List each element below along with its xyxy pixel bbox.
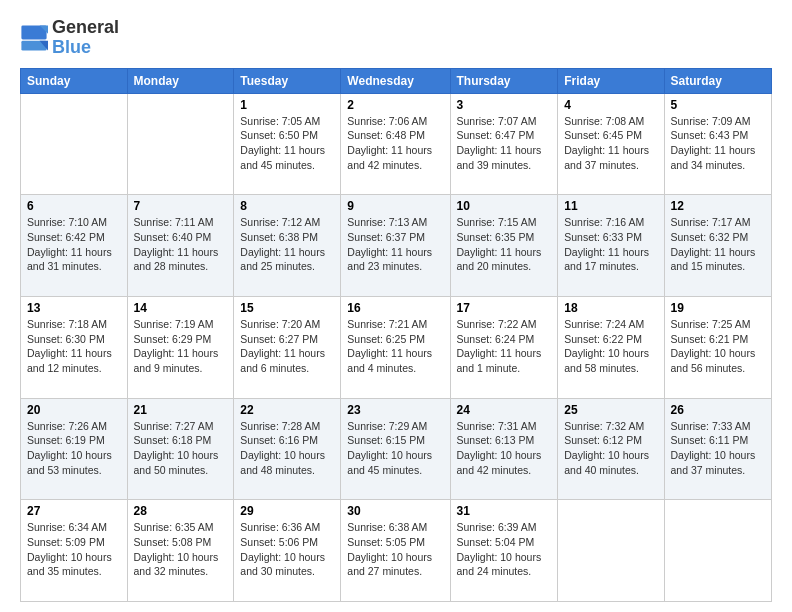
table-row: 29Sunrise: 6:36 AM Sunset: 5:06 PM Dayli… [234, 500, 341, 602]
table-row: 22Sunrise: 7:28 AM Sunset: 6:16 PM Dayli… [234, 398, 341, 500]
day-number: 16 [347, 301, 443, 315]
table-row: 30Sunrise: 6:38 AM Sunset: 5:05 PM Dayli… [341, 500, 450, 602]
day-number: 21 [134, 403, 228, 417]
table-row: 12Sunrise: 7:17 AM Sunset: 6:32 PM Dayli… [664, 195, 771, 297]
table-row: 16Sunrise: 7:21 AM Sunset: 6:25 PM Dayli… [341, 296, 450, 398]
day-info: Sunrise: 7:16 AM Sunset: 6:33 PM Dayligh… [564, 215, 657, 274]
day-info: Sunrise: 7:09 AM Sunset: 6:43 PM Dayligh… [671, 114, 765, 173]
day-number: 2 [347, 98, 443, 112]
logo: General Blue [20, 18, 119, 58]
table-row: 17Sunrise: 7:22 AM Sunset: 6:24 PM Dayli… [450, 296, 558, 398]
table-row: 28Sunrise: 6:35 AM Sunset: 5:08 PM Dayli… [127, 500, 234, 602]
day-info: Sunrise: 7:05 AM Sunset: 6:50 PM Dayligh… [240, 114, 334, 173]
col-wednesday: Wednesday [341, 68, 450, 93]
col-monday: Monday [127, 68, 234, 93]
table-row: 4Sunrise: 7:08 AM Sunset: 6:45 PM Daylig… [558, 93, 664, 195]
day-info: Sunrise: 7:22 AM Sunset: 6:24 PM Dayligh… [457, 317, 552, 376]
table-row: 13Sunrise: 7:18 AM Sunset: 6:30 PM Dayli… [21, 296, 128, 398]
day-number: 30 [347, 504, 443, 518]
table-row: 26Sunrise: 7:33 AM Sunset: 6:11 PM Dayli… [664, 398, 771, 500]
day-info: Sunrise: 7:17 AM Sunset: 6:32 PM Dayligh… [671, 215, 765, 274]
day-number: 1 [240, 98, 334, 112]
table-row [21, 93, 128, 195]
day-info: Sunrise: 6:36 AM Sunset: 5:06 PM Dayligh… [240, 520, 334, 579]
table-row: 1Sunrise: 7:05 AM Sunset: 6:50 PM Daylig… [234, 93, 341, 195]
day-number: 7 [134, 199, 228, 213]
day-info: Sunrise: 7:11 AM Sunset: 6:40 PM Dayligh… [134, 215, 228, 274]
day-number: 9 [347, 199, 443, 213]
table-row: 9Sunrise: 7:13 AM Sunset: 6:37 PM Daylig… [341, 195, 450, 297]
day-info: Sunrise: 7:13 AM Sunset: 6:37 PM Dayligh… [347, 215, 443, 274]
day-info: Sunrise: 7:27 AM Sunset: 6:18 PM Dayligh… [134, 419, 228, 478]
table-row: 23Sunrise: 7:29 AM Sunset: 6:15 PM Dayli… [341, 398, 450, 500]
day-number: 23 [347, 403, 443, 417]
table-row: 27Sunrise: 6:34 AM Sunset: 5:09 PM Dayli… [21, 500, 128, 602]
table-row: 14Sunrise: 7:19 AM Sunset: 6:29 PM Dayli… [127, 296, 234, 398]
calendar-week-row: 13Sunrise: 7:18 AM Sunset: 6:30 PM Dayli… [21, 296, 772, 398]
day-number: 27 [27, 504, 121, 518]
table-row: 10Sunrise: 7:15 AM Sunset: 6:35 PM Dayli… [450, 195, 558, 297]
day-info: Sunrise: 7:12 AM Sunset: 6:38 PM Dayligh… [240, 215, 334, 274]
day-number: 17 [457, 301, 552, 315]
day-number: 19 [671, 301, 765, 315]
day-info: Sunrise: 6:38 AM Sunset: 5:05 PM Dayligh… [347, 520, 443, 579]
table-row: 20Sunrise: 7:26 AM Sunset: 6:19 PM Dayli… [21, 398, 128, 500]
table-row: 19Sunrise: 7:25 AM Sunset: 6:21 PM Dayli… [664, 296, 771, 398]
day-number: 12 [671, 199, 765, 213]
day-number: 25 [564, 403, 657, 417]
day-number: 28 [134, 504, 228, 518]
day-info: Sunrise: 7:24 AM Sunset: 6:22 PM Dayligh… [564, 317, 657, 376]
calendar-week-row: 6Sunrise: 7:10 AM Sunset: 6:42 PM Daylig… [21, 195, 772, 297]
calendar-header-row: Sunday Monday Tuesday Wednesday Thursday… [21, 68, 772, 93]
day-number: 13 [27, 301, 121, 315]
day-info: Sunrise: 7:31 AM Sunset: 6:13 PM Dayligh… [457, 419, 552, 478]
page: General Blue Sunday Monday Tuesday Wedne… [0, 0, 792, 612]
day-info: Sunrise: 6:34 AM Sunset: 5:09 PM Dayligh… [27, 520, 121, 579]
table-row: 15Sunrise: 7:20 AM Sunset: 6:27 PM Dayli… [234, 296, 341, 398]
table-row: 18Sunrise: 7:24 AM Sunset: 6:22 PM Dayli… [558, 296, 664, 398]
calendar-week-row: 27Sunrise: 6:34 AM Sunset: 5:09 PM Dayli… [21, 500, 772, 602]
day-info: Sunrise: 7:26 AM Sunset: 6:19 PM Dayligh… [27, 419, 121, 478]
logo-text: General Blue [52, 18, 119, 58]
table-row [558, 500, 664, 602]
day-info: Sunrise: 6:35 AM Sunset: 5:08 PM Dayligh… [134, 520, 228, 579]
table-row: 11Sunrise: 7:16 AM Sunset: 6:33 PM Dayli… [558, 195, 664, 297]
day-number: 8 [240, 199, 334, 213]
calendar-week-row: 1Sunrise: 7:05 AM Sunset: 6:50 PM Daylig… [21, 93, 772, 195]
day-info: Sunrise: 7:29 AM Sunset: 6:15 PM Dayligh… [347, 419, 443, 478]
day-number: 29 [240, 504, 334, 518]
day-info: Sunrise: 7:18 AM Sunset: 6:30 PM Dayligh… [27, 317, 121, 376]
day-number: 15 [240, 301, 334, 315]
table-row [664, 500, 771, 602]
day-number: 11 [564, 199, 657, 213]
day-number: 22 [240, 403, 334, 417]
day-info: Sunrise: 7:08 AM Sunset: 6:45 PM Dayligh… [564, 114, 657, 173]
day-info: Sunrise: 7:33 AM Sunset: 6:11 PM Dayligh… [671, 419, 765, 478]
day-info: Sunrise: 7:21 AM Sunset: 6:25 PM Dayligh… [347, 317, 443, 376]
table-row: 7Sunrise: 7:11 AM Sunset: 6:40 PM Daylig… [127, 195, 234, 297]
day-info: Sunrise: 7:06 AM Sunset: 6:48 PM Dayligh… [347, 114, 443, 173]
day-info: Sunrise: 7:25 AM Sunset: 6:21 PM Dayligh… [671, 317, 765, 376]
day-number: 26 [671, 403, 765, 417]
table-row: 25Sunrise: 7:32 AM Sunset: 6:12 PM Dayli… [558, 398, 664, 500]
day-info: Sunrise: 7:28 AM Sunset: 6:16 PM Dayligh… [240, 419, 334, 478]
table-row: 5Sunrise: 7:09 AM Sunset: 6:43 PM Daylig… [664, 93, 771, 195]
table-row: 24Sunrise: 7:31 AM Sunset: 6:13 PM Dayli… [450, 398, 558, 500]
table-row: 3Sunrise: 7:07 AM Sunset: 6:47 PM Daylig… [450, 93, 558, 195]
day-number: 14 [134, 301, 228, 315]
day-number: 4 [564, 98, 657, 112]
logo-icon [20, 24, 48, 52]
table-row: 8Sunrise: 7:12 AM Sunset: 6:38 PM Daylig… [234, 195, 341, 297]
day-number: 6 [27, 199, 121, 213]
header: General Blue [20, 18, 772, 58]
col-tuesday: Tuesday [234, 68, 341, 93]
table-row [127, 93, 234, 195]
calendar-week-row: 20Sunrise: 7:26 AM Sunset: 6:19 PM Dayli… [21, 398, 772, 500]
day-number: 24 [457, 403, 552, 417]
day-info: Sunrise: 7:32 AM Sunset: 6:12 PM Dayligh… [564, 419, 657, 478]
col-sunday: Sunday [21, 68, 128, 93]
table-row: 2Sunrise: 7:06 AM Sunset: 6:48 PM Daylig… [341, 93, 450, 195]
day-number: 3 [457, 98, 552, 112]
day-info: Sunrise: 6:39 AM Sunset: 5:04 PM Dayligh… [457, 520, 552, 579]
day-info: Sunrise: 7:07 AM Sunset: 6:47 PM Dayligh… [457, 114, 552, 173]
